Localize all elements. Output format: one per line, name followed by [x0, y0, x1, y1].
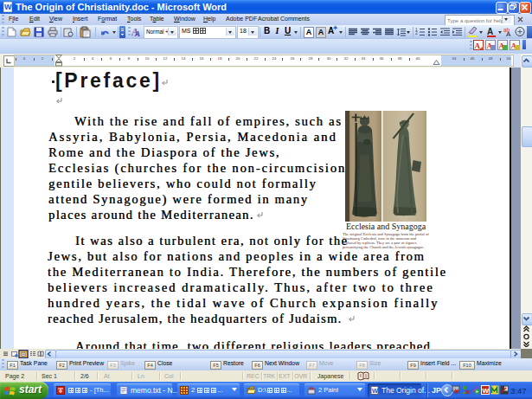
- svg-text:A: A: [506, 30, 511, 37]
- svg-text:W: W: [483, 387, 490, 395]
- svg-text:A: A: [134, 29, 140, 37]
- svg-text:2: 2: [415, 30, 418, 35]
- svg-text:W: W: [372, 387, 379, 395]
- svg-text:W: W: [4, 3, 12, 11]
- svg-text:A: A: [487, 27, 493, 36]
- svg-text:A: A: [475, 42, 481, 50]
